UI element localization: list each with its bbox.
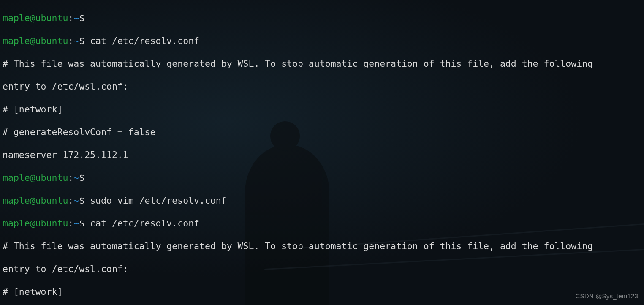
watermark-label: CSDN @Sys_tem123 (576, 290, 638, 302)
output-line: # This file was automatically generated … (3, 58, 641, 69)
prompt-line: maple@ubuntu:~$ sudo vim /etc/resolv.con… (3, 195, 641, 206)
output-line: # generateResolvConf = false (3, 126, 641, 138)
output-line: entry to /etc/wsl.conf: (3, 263, 641, 275)
prompt-line: maple@ubuntu:~$ cat /etc/resolv.conf (3, 35, 641, 46)
output-line: nameserver 172.25.112.1 (3, 149, 641, 161)
prompt-user: maple@ubuntu (3, 13, 68, 23)
prompt-line: maple@ubuntu:~$ (3, 172, 641, 183)
output-line: # This file was automatically generated … (3, 240, 641, 252)
command-input[interactable]: cat /etc/resolv.conf (90, 35, 199, 46)
output-line: entry to /etc/wsl.conf: (3, 81, 641, 92)
command-input[interactable]: sudo vim /etc/resolv.conf (90, 195, 227, 206)
prompt-line: maple@ubuntu:~$ (3, 12, 641, 24)
prompt-cwd: ~ (73, 13, 79, 23)
output-line: # [network] (3, 103, 641, 115)
output-line: # [network] (3, 286, 641, 297)
prompt-line: maple@ubuntu:~$ cat /etc/resolv.conf (3, 218, 641, 229)
command-input[interactable]: cat /etc/resolv.conf (90, 218, 199, 229)
terminal-output[interactable]: maple@ubuntu:~$ maple@ubuntu:~$ cat /etc… (0, 0, 644, 305)
